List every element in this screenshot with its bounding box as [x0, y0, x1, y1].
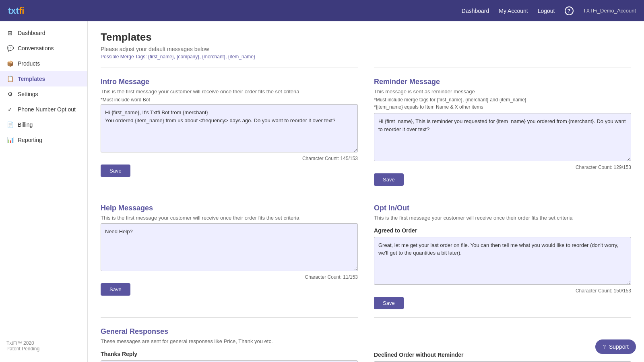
- support-label: Support: [609, 343, 629, 350]
- sidebar-label-conversations: Conversations: [18, 45, 54, 51]
- content-area: Templates Please adjust your default mes…: [88, 21, 644, 362]
- reminder-message-char-count: Character Count: 129/153: [374, 165, 631, 170]
- help-messages-char-count: Character Count: 11/153: [101, 274, 358, 280]
- sidebar-item-templates[interactable]: 📋 Templates: [0, 71, 87, 86]
- sidebar-label-settings: Settings: [18, 91, 38, 97]
- general-responses-desc: These messages are sent for general resp…: [101, 338, 358, 344]
- top-navigation: txtfi Dashboard My Account Logout ? TXTF…: [0, 0, 644, 21]
- sidebar-label-billing: Billing: [18, 121, 33, 128]
- sidebar-label-templates: Templates: [18, 76, 45, 82]
- dashboard-icon: ⊞: [6, 29, 14, 37]
- merge-tags-hint: Possible Merge Tags: {first_name}, {comp…: [101, 54, 631, 60]
- sidebar-item-billing[interactable]: 📄 Billing: [0, 117, 87, 132]
- settings-icon: ⚙: [6, 90, 14, 98]
- reminder-message-note: *Must include merge tags for {first_name…: [374, 97, 631, 103]
- help-messages-desc: This is the first message your customer …: [101, 215, 358, 221]
- footer-patent: Patent Pending: [6, 346, 81, 352]
- templates-grid: Intro Message This is the first message …: [101, 68, 631, 362]
- opt-in-out-section: Opt In/Out This is the first message you…: [374, 194, 631, 318]
- sidebar-label-phone-opt-out: Phone Number Opt out: [18, 106, 76, 113]
- sidebar-item-dashboard[interactable]: ⊞ Dashboard: [0, 25, 87, 41]
- intro-message-section: Intro Message This is the first message …: [101, 68, 358, 194]
- billing-icon: 📄: [6, 121, 14, 128]
- opt-in-out-desc: This is the first message your customer …: [374, 215, 631, 221]
- intro-message-save-button[interactable]: Save: [101, 165, 130, 177]
- account-name: TXTFi_Demo_Account: [583, 8, 636, 14]
- sidebar-item-conversations[interactable]: 💬 Conversations: [0, 41, 87, 56]
- thanks-reply-title: Thanks Reply: [101, 351, 358, 357]
- reminder-message-textarea[interactable]: [374, 113, 631, 161]
- reminder-message-desc: This message is sent as reminder message: [374, 88, 631, 95]
- reminder-message-title: Reminder Message: [374, 78, 631, 86]
- sidebar-footer: TxtFi™ 2020 Patent Pending: [0, 334, 87, 358]
- phone-opt-out-icon: ✓: [6, 106, 14, 113]
- help-messages-save-button[interactable]: Save: [101, 283, 130, 296]
- agreed-save-button[interactable]: Save: [374, 297, 404, 309]
- agreed-char-count: Character Count: 150/153: [374, 288, 631, 294]
- logo-text: txt: [8, 6, 19, 16]
- help-icon[interactable]: ?: [565, 6, 574, 15]
- agreed-to-order-title: Agreed to Order: [374, 227, 631, 234]
- intro-message-desc: This is the first message your customer …: [101, 88, 358, 95]
- declined-order-section: Declined Order without Reminder: [374, 317, 631, 362]
- support-icon: ?: [603, 343, 606, 350]
- reporting-icon: 📊: [6, 136, 14, 144]
- help-messages-title: Help Messages: [101, 204, 358, 212]
- sidebar-label-dashboard: Dashboard: [18, 30, 45, 36]
- reminder-message-save-button[interactable]: Save: [374, 173, 404, 186]
- help-messages-textarea[interactable]: [101, 223, 358, 272]
- templates-icon: 📋: [6, 75, 14, 82]
- page-title: Templates: [101, 31, 631, 43]
- sidebar-item-products[interactable]: 📦 Products: [0, 56, 87, 71]
- page-subtitle: Please adjust your default messages belo…: [101, 46, 631, 52]
- logo-fi: fi: [19, 6, 24, 16]
- reminder-message-note2: *{item_name} equals to Item Name & X oth…: [374, 104, 631, 110]
- intro-message-title: Intro Message: [101, 78, 358, 86]
- general-responses-title: General Responses: [101, 327, 358, 336]
- sidebar-label-reporting: Reporting: [18, 137, 42, 143]
- sidebar-item-settings[interactable]: ⚙ Settings: [0, 86, 87, 102]
- intro-message-char-count: Character Count: 145/153: [101, 156, 358, 161]
- support-button[interactable]: ? Support: [595, 339, 636, 354]
- nav-logout[interactable]: Logout: [538, 8, 555, 14]
- sidebar-label-products: Products: [18, 60, 40, 67]
- help-messages-section: Help Messages This is the first message …: [101, 194, 358, 318]
- nav-dashboard[interactable]: Dashboard: [462, 8, 489, 14]
- logo: txtfi: [8, 6, 24, 16]
- sidebar: ⊞ Dashboard 💬 Conversations 📦 Products 📋…: [0, 21, 88, 362]
- intro-message-textarea[interactable]: [101, 104, 358, 152]
- products-icon: 📦: [6, 60, 14, 67]
- opt-in-out-title: Opt In/Out: [374, 204, 631, 212]
- footer-copyright: TxtFi™ 2020: [6, 340, 81, 346]
- declined-order-title: Declined Order without Reminder: [374, 352, 631, 358]
- nav-my-account[interactable]: My Account: [499, 8, 528, 14]
- reminder-message-section: Reminder Message This message is sent as…: [374, 68, 631, 194]
- general-responses-section: General Responses These messages are sen…: [101, 317, 358, 362]
- sidebar-item-phone-opt-out[interactable]: ✓ Phone Number Opt out: [0, 102, 87, 117]
- conversations-icon: 💬: [6, 45, 14, 52]
- main-layout: ⊞ Dashboard 💬 Conversations 📦 Products 📋…: [0, 21, 644, 362]
- sidebar-item-reporting[interactable]: 📊 Reporting: [0, 132, 87, 148]
- nav-links: Dashboard My Account Logout ? TXTFi_Demo…: [462, 6, 636, 15]
- agreed-to-order-textarea[interactable]: [374, 237, 631, 285]
- thanks-reply-textarea[interactable]: [101, 360, 358, 362]
- intro-message-note: *Must include word Bot: [101, 97, 358, 103]
